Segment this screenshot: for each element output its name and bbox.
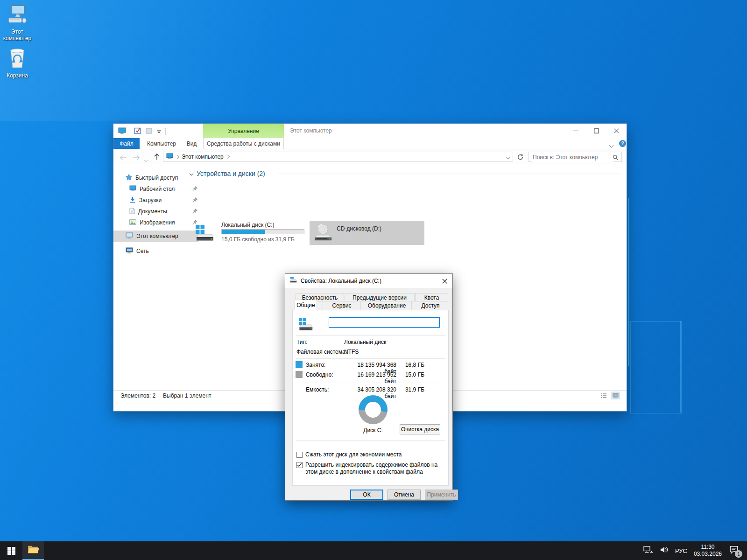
breadcrumb-item[interactable]: Этот компьютер (182, 154, 224, 160)
drive-name: CD-дисковод (D:) (337, 225, 381, 232)
group-divider (278, 174, 621, 174)
tab-computer[interactable]: Компьютер (143, 138, 180, 149)
network-tray-icon[interactable] (643, 546, 653, 556)
sidebar-item-this-pc[interactable]: Этот компьютер (113, 231, 198, 242)
help-icon[interactable]: ? (619, 140, 626, 147)
capacity-bar (221, 229, 304, 234)
desktop-icon-recycle-bin[interactable]: Корзина (0, 47, 35, 79)
tab-file[interactable]: Файл (113, 138, 140, 149)
sidebar-item-network[interactable]: Сеть (113, 245, 198, 257)
divider (296, 440, 445, 441)
address-dropdown-icon[interactable] (507, 154, 510, 160)
taskbar-file-explorer-button[interactable] (22, 541, 44, 560)
capacity-label: Емкость: (306, 386, 329, 393)
notification-badge: 1 (735, 550, 742, 558)
search-box (529, 152, 622, 162)
tab-general[interactable]: Общие (295, 300, 317, 310)
navigation-pane: Быстрый доступ Рабочий стол Загрузки (113, 164, 186, 401)
group-collapse-icon[interactable] (190, 172, 193, 175)
group-header[interactable]: Устройства и диски (2) (190, 170, 265, 177)
cd-drive-icon (312, 222, 333, 245)
usage-donut-chart (359, 395, 388, 424)
action-center-icon[interactable]: 1 (729, 546, 739, 556)
index-checkbox[interactable] (296, 462, 303, 468)
desktop-icon-this-pc[interactable]: Этот компьютер (0, 5, 35, 42)
back-icon[interactable] (119, 154, 127, 162)
capacity-bar-fill (222, 230, 265, 234)
star-icon (126, 174, 132, 182)
details-view-icon[interactable] (600, 392, 607, 400)
sidebar-item-quick-access[interactable]: Быстрый доступ (113, 172, 198, 183)
qat-customize-button[interactable] (156, 127, 162, 136)
qat-new-folder-button[interactable] (145, 127, 153, 136)
search-input[interactable] (532, 153, 613, 162)
disk-cleanup-button[interactable]: Очистка диска (400, 424, 440, 434)
close-button[interactable] (606, 124, 627, 138)
drive-free-space: 15,0 ГБ свободно из 31,9 ГБ (221, 236, 295, 243)
type-label: Тип: (296, 339, 307, 345)
volume-tray-icon[interactable] (660, 546, 669, 555)
document-icon (129, 208, 135, 216)
clock[interactable]: 11:30 03.03.2026 (694, 544, 722, 558)
ok-button[interactable]: ОК (350, 490, 383, 500)
explorer-app-icon (118, 127, 126, 136)
divider (296, 383, 445, 383)
wallpaper-streak (680, 321, 681, 413)
maximize-button[interactable] (586, 124, 606, 138)
divider (296, 335, 445, 336)
type-value: Локальный диск (344, 339, 386, 345)
up-icon[interactable] (154, 153, 160, 162)
tab-hardware[interactable]: Оборудование (362, 301, 412, 310)
qat-separator (130, 128, 130, 135)
window-title: Этот компьютер (290, 124, 332, 138)
navigation-bar: Этот компьютер (113, 149, 627, 165)
compress-checkbox[interactable] (296, 452, 303, 458)
tab-tools[interactable]: Сервис (323, 301, 361, 310)
desktop-folder-icon (129, 185, 136, 193)
ribbon-contextual-header[interactable]: Управление (203, 124, 284, 138)
used-gb: 16,8 ГБ (401, 362, 424, 368)
hard-drive-icon (193, 222, 214, 245)
desktop-icon-label: Корзина (0, 72, 35, 79)
volume-label-input[interactable] (329, 317, 440, 328)
divider (296, 358, 445, 359)
ribbon-collapse-icon[interactable] (610, 142, 613, 148)
compress-checkbox-label: Сжать этот диск для экономии места (305, 451, 402, 458)
free-label: Свободно: (306, 371, 333, 378)
language-indicator[interactable]: РУС (675, 547, 687, 554)
minimize-button[interactable] (565, 124, 586, 138)
apply-button[interactable]: Применить (425, 490, 458, 500)
used-label: Занято: (306, 362, 325, 368)
free-gb: 15,0 ГБ (401, 371, 424, 378)
qat-properties-button[interactable] (134, 127, 141, 136)
this-pc-icon (126, 232, 133, 240)
address-bar[interactable]: Этот компьютер (163, 152, 513, 162)
drive-d-tile[interactable]: CD-дисковод (D:) (310, 221, 424, 245)
filesystem-value: NTFS (344, 349, 359, 355)
taskbar: РУС 11:30 03.03.2026 1 (0, 541, 747, 560)
breadcrumb-separator-icon (176, 155, 179, 159)
tray-date: 03.03.2026 (694, 551, 722, 558)
start-button[interactable] (0, 541, 22, 560)
dialog-titlebar: Свойства: Локальный диск (C:) (285, 274, 452, 288)
refresh-icon[interactable] (517, 154, 524, 162)
tab-drive-tools[interactable]: Средства работы с дисками (203, 138, 284, 149)
status-selection: Выбран 1 элемент (163, 392, 211, 399)
drive-c-tile[interactable]: Локальный диск (C:) 15,0 ГБ свободно из … (191, 221, 307, 245)
this-pc-icon (6, 19, 29, 27)
dialog-close-icon[interactable] (437, 274, 452, 288)
tab-sharing[interactable]: Доступ (413, 301, 448, 310)
general-tab-page: Тип: Локальный диск Файловая система: NT… (292, 310, 449, 486)
desktop: Этот компьютер Корзина (0, 0, 747, 560)
forward-icon[interactable] (132, 154, 141, 162)
system-tray: РУС 11:30 03.03.2026 1 (643, 541, 747, 560)
index-checkbox-label: Разрешить индексировать содержимое файло… (305, 462, 445, 476)
cancel-button[interactable]: Отмена (388, 490, 421, 500)
network-icon (126, 247, 133, 255)
wallpaper-streak (628, 198, 629, 366)
tab-view[interactable]: Вид (180, 138, 203, 149)
free-color-swatch (296, 371, 303, 378)
recent-locations-icon[interactable] (144, 155, 148, 163)
thumbnails-view-icon[interactable] (611, 392, 620, 399)
drive-icon-small (289, 277, 297, 285)
